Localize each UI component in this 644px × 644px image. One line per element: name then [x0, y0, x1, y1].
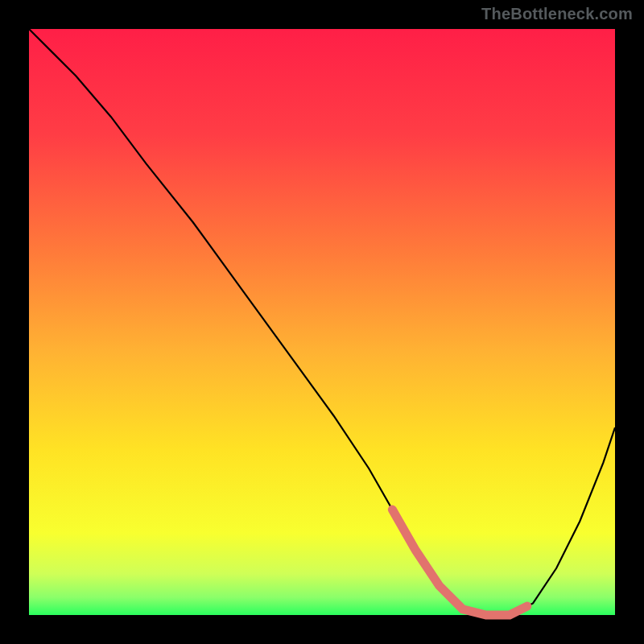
sweet-spot-marker [392, 510, 526, 615]
bottleneck-curve [29, 29, 615, 615]
chart-frame: TheBottleneck.com [0, 0, 644, 644]
curve-layer [29, 29, 615, 615]
plot-area [29, 29, 615, 615]
watermark-text: TheBottleneck.com [481, 5, 633, 23]
